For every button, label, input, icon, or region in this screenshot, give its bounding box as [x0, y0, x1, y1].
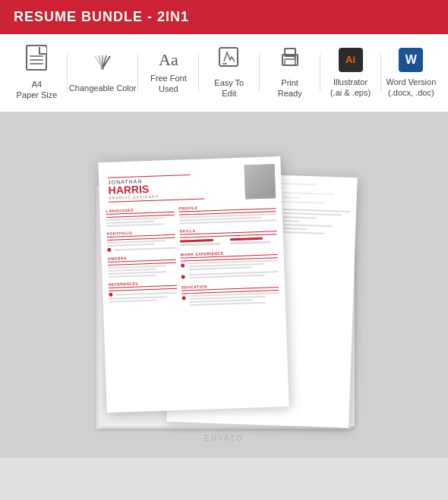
svg-point-5 [101, 67, 104, 70]
w-icon: W [399, 48, 423, 72]
features-bar: A4Paper Size Changeable Color Aa Free Fo… [0, 34, 448, 112]
feature-changeable-color-label: Changeable Color [69, 83, 137, 93]
feature-print-ready: PrintReady [261, 46, 318, 99]
page-title: RESUME BUNDLE - 2IN1 [14, 9, 189, 25]
feature-free-font-label: Free FontUsed [150, 73, 187, 95]
resume-section-work: WORK EXPERIENCE [181, 249, 279, 280]
divider-1 [67, 54, 68, 92]
header-bar: RESUME BUNDLE - 2IN1 [0, 0, 448, 34]
print-icon [279, 46, 301, 73]
feature-illustrator-label: Illustrator(.ai & .eps) [330, 77, 371, 99]
divider-4 [259, 54, 260, 92]
resume-section-awards: AWARDS [108, 254, 177, 278]
page-main: JONATHAN HARRIS GRAPHIC DESIGNER [98, 156, 289, 413]
ai-icon: Ai [339, 48, 363, 72]
resume-section-profile: PROFILE [178, 203, 276, 224]
feature-word: W Word Version(.docx, .doc) [383, 48, 440, 99]
divider-2 [137, 54, 138, 92]
divider-6 [380, 54, 381, 92]
preview-area: JONATHAN HARRIS GRAPHIC DESIGNER [0, 112, 448, 458]
resume-section-education: EDUCATION [181, 281, 279, 307]
resume-name-area: JONATHAN HARRIS GRAPHIC DESIGNER [105, 165, 245, 204]
resume-left-column: LANGUAGES PORTFOLIO [106, 206, 180, 391]
feature-easy-edit: Easy ToEdit [200, 46, 257, 99]
feature-print-ready-label: PrintReady [278, 77, 302, 99]
resume-section-skills: SKILLS [179, 225, 277, 247]
paper-stack: JONATHAN HARRIS GRAPHIC DESIGNER [80, 159, 368, 432]
watermark: envato [204, 434, 243, 442]
fan-icon [91, 52, 114, 78]
resume-section-portfolio: PORTFOLIO [106, 229, 175, 252]
feature-illustrator: Ai Illustrator(.ai & .eps) [322, 48, 379, 99]
doc-icon [26, 45, 47, 74]
divider-3 [198, 54, 199, 92]
resume-section-references: REFERENCES [109, 280, 178, 303]
svg-line-0 [95, 56, 103, 68]
svg-line-4 [103, 56, 110, 68]
feature-paper-size-label: A4Paper Size [17, 79, 58, 101]
feature-changeable-color: Changeable Color [69, 52, 137, 93]
aa-icon: Aa [159, 52, 178, 68]
feature-paper-size: A4Paper Size [8, 45, 65, 101]
resume-right-column: PROFILE SKILLS [178, 203, 282, 388]
svg-rect-10 [285, 59, 295, 65]
svg-point-11 [294, 57, 296, 59]
feature-free-font: Aa Free FontUsed [140, 52, 197, 95]
feature-easy-edit-label: Easy ToEdit [214, 77, 244, 99]
resume-section-languages: LANGUAGES [106, 206, 175, 227]
edit-icon [218, 46, 241, 73]
divider-5 [320, 54, 320, 92]
feature-word-label: Word Version(.docx, .doc) [386, 77, 436, 99]
resume-photo [245, 164, 276, 199]
resume-body: LANGUAGES PORTFOLIO [106, 203, 282, 391]
